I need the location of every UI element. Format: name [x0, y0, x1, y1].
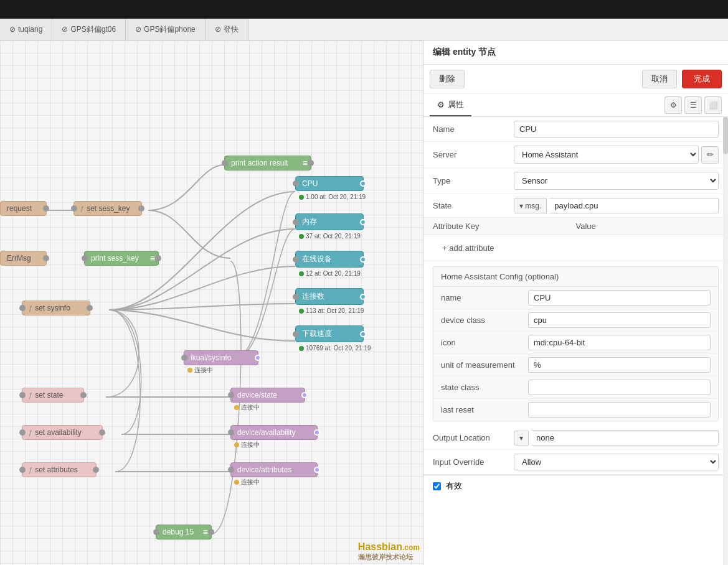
tab-close-icon: ⊘ — [215, 25, 221, 34]
done-button[interactable]: 完成 — [682, 70, 722, 88]
node-set-sysinfo[interactable]: ƒ set sysinfo — [22, 301, 90, 315]
node-label: CPU — [302, 179, 318, 188]
state-field-row: State ▾ msg. — [423, 194, 728, 218]
port-right — [43, 205, 49, 212]
state-type-button[interactable]: ▾ msg. — [514, 198, 547, 213]
port-right — [360, 180, 366, 187]
state-value-input[interactable] — [549, 198, 719, 213]
ha-state-class-row: state class — [433, 376, 718, 399]
node-set-state[interactable]: ƒ set state — [22, 388, 84, 403]
delete-button[interactable]: 删除 — [430, 70, 465, 88]
node-label: request — [7, 204, 32, 213]
ha-device-class-input[interactable] — [528, 312, 711, 328]
server-select[interactable]: Home Assistant — [514, 146, 699, 164]
enabled-row: 有效 — [433, 480, 462, 492]
tab-label: GPS斜偏gt06 — [70, 24, 116, 35]
port-left — [222, 160, 228, 166]
func-icon: ƒ — [29, 429, 32, 436]
node-status: 连接中 — [234, 441, 260, 449]
status-dot — [234, 480, 239, 485]
node-debug-15[interactable]: debug 15 ≡ — [156, 525, 212, 539]
cancel-button[interactable]: 取消 — [642, 70, 677, 88]
type-label: Type — [433, 176, 514, 185]
panel-footer: 有效 — [423, 475, 728, 497]
node-errmsg[interactable]: ErrMsg — [0, 251, 47, 266]
port-right — [301, 392, 308, 398]
node-status: 1.00 at: Oct 20, 21:19 — [299, 194, 366, 200]
tab-tuqiang[interactable]: ⊘ tuqiang — [0, 19, 52, 40]
tab-dengkuai[interactable]: ⊘ 登快 — [206, 19, 248, 40]
panel-title: 编辑 entity 节点 — [423, 40, 728, 65]
func-icon: ƒ — [29, 304, 32, 312]
top-bar — [0, 0, 728, 19]
node-device-availability[interactable]: device/availability 连接中 — [230, 425, 318, 440]
input-override-select[interactable]: Allow — [514, 454, 719, 470]
ha-unit-input[interactable] — [528, 357, 711, 373]
node-label: print action result — [231, 159, 288, 167]
info-icon-btn[interactable]: ☰ — [684, 96, 702, 114]
tab-close-icon: ⊘ — [62, 25, 68, 34]
input-override-row: Input Override Allow — [423, 450, 728, 475]
tab-gps-gt06[interactable]: ⊘ GPS斜偏gt06 — [52, 19, 126, 40]
ha-device-class-row: device class — [433, 309, 718, 332]
form-content: Name Server Home Assistant ✏ Type Sensor — [423, 117, 728, 565]
node-request[interactable]: request — [0, 201, 47, 216]
node-status: 连接中 — [187, 366, 213, 375]
node-print-sess-key[interactable]: print sess_key ≡ — [84, 251, 159, 266]
node-set-availability[interactable]: ƒ set availability — [22, 425, 103, 440]
port-left — [228, 429, 234, 436]
node-status: 113 at: Oct 20, 21:19 — [299, 307, 364, 314]
ha-state-class-input[interactable] — [528, 380, 711, 395]
ha-last-reset-input[interactable] — [528, 402, 711, 418]
node-label: 下载速度 — [302, 329, 332, 339]
status-dot — [234, 442, 239, 447]
port-right — [155, 255, 161, 261]
scrollbar-thumb[interactable] — [723, 117, 728, 154]
state-value-group: ▾ msg. — [514, 198, 719, 213]
node-label: device/availability — [237, 428, 295, 437]
node-status: 37 at: Oct 20, 21:19 — [299, 233, 361, 240]
name-input[interactable] — [514, 121, 719, 138]
output-location-input[interactable] — [531, 430, 719, 446]
export-icon-btn[interactable]: ⬜ — [704, 96, 722, 114]
tab-properties[interactable]: ⚙ 属性 — [430, 94, 471, 116]
node-label: ErrMsg — [7, 254, 31, 263]
status-dot — [234, 405, 239, 410]
node-status: 连接中 — [234, 478, 260, 487]
node-label: set availability — [35, 428, 82, 437]
tab-gps-phone[interactable]: ⊘ GPS斜偏phone — [126, 19, 206, 40]
output-type-button[interactable]: ▾ — [514, 431, 529, 446]
node-print-action-result[interactable]: print action result ≡ — [224, 156, 311, 170]
node-ikuai-sysinfo[interactable]: ikuai/sysinfo 连接中 — [184, 350, 258, 365]
port-left — [19, 467, 26, 473]
add-attribute-button[interactable]: + add attribute — [442, 241, 494, 254]
status-dot — [299, 271, 304, 276]
node-device-state[interactable]: device/state 连接中 — [230, 388, 305, 403]
type-select[interactable]: Sensor — [514, 172, 719, 190]
node-memory[interactable]: 内存 37 at: Oct 20, 21:19 — [295, 213, 364, 230]
node-online-devices[interactable]: 在线设备 12 at: Oct 20, 21:19 — [295, 251, 364, 268]
server-edit-button[interactable]: ✏ — [701, 146, 719, 164]
node-cpu[interactable]: CPU 1.00 at: Oct 20, 21:19 — [295, 176, 364, 191]
node-set-sess-key[interactable]: ƒ set sess_key — [73, 201, 142, 216]
tab-label: tuqiang — [18, 25, 42, 34]
node-connections[interactable]: 连接数 113 at: Oct 20, 21:19 — [295, 288, 364, 305]
ha-name-label: name — [441, 293, 528, 302]
enabled-checkbox[interactable] — [433, 482, 441, 490]
port-right — [360, 331, 366, 337]
output-location-row: Output Location ▾ — [423, 426, 728, 450]
flow-editor[interactable]: print action result ≡ CPU 1.00 at: Oct 2… — [0, 40, 423, 565]
node-device-attributes[interactable]: device/attributes 连接中 — [230, 462, 318, 477]
port-left — [19, 392, 26, 398]
port-right — [93, 467, 99, 473]
port-right — [314, 467, 320, 473]
ha-name-input[interactable] — [528, 290, 711, 306]
status-dot — [299, 195, 304, 200]
ha-unit-row: unit of measurement — [433, 354, 718, 376]
node-download-speed[interactable]: 下载速度 10769 at: Oct 20, 21:19 — [295, 325, 364, 342]
ha-icon-input[interactable] — [528, 335, 711, 350]
settings-icon-btn[interactable]: ⚙ — [664, 96, 682, 114]
node-set-attributes[interactable]: ƒ set attributes — [22, 462, 97, 477]
panel-tabs: ⚙ 属性 ⚙ ☰ ⬜ — [423, 94, 728, 117]
name-label: Name — [433, 124, 514, 134]
